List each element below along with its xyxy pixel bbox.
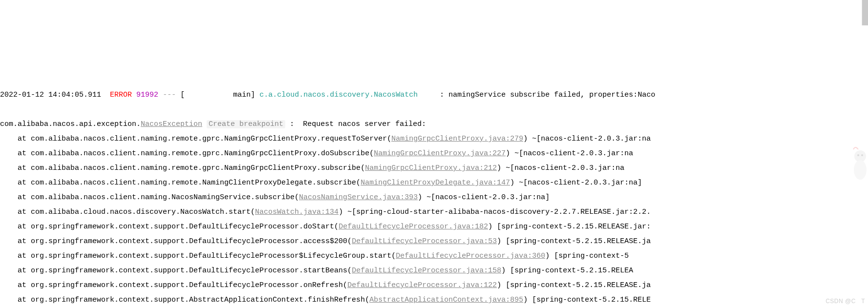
- frame-method: org.springframework.context.support.Defa…: [31, 281, 347, 289]
- at-prefix: at: [0, 281, 31, 289]
- frame-method: com.alibaba.nacos.client.naming.NacosNam…: [31, 193, 299, 202]
- stack-frame: at org.springframework.context.support.D…: [0, 264, 868, 278]
- exception-message: : Request nacos server failed:: [285, 120, 430, 128]
- create-breakpoint-hint[interactable]: Create breakpoint: [207, 120, 285, 128]
- exception-line: com.alibaba.nacos.api.exception.NacosExc…: [0, 120, 430, 128]
- at-prefix: at: [0, 296, 31, 304]
- source-link[interactable]: DefaultLifecycleProcessor.java:360: [396, 252, 545, 260]
- stack-frame: at com.alibaba.nacos.client.naming.remot…: [0, 176, 868, 190]
- at-prefix: at: [0, 179, 31, 187]
- stack-frame: at org.springframework.context.support.D…: [0, 278, 868, 293]
- vertical-scrollbar[interactable]: [862, 15, 868, 25]
- frame-method: com.alibaba.nacos.client.naming.remote.g…: [31, 149, 374, 158]
- frame-jar: ) ~[nacos-client-2.0.3.jar:na: [506, 149, 633, 158]
- stack-frame: at org.springframework.context.support.D…: [0, 220, 868, 234]
- colon: :: [435, 91, 448, 99]
- source-link[interactable]: AbstractApplicationContext.java:895: [369, 296, 523, 304]
- process-id: 91992: [136, 91, 158, 99]
- source-link[interactable]: NamingGrpcClientProxy.java:279: [391, 135, 523, 143]
- frame-jar: ) [spring-context-5.2.15.RELEASE.ja: [497, 237, 651, 246]
- at-prefix: at: [0, 223, 31, 231]
- log-header-line: 2022-01-12 14:04:05.911 ERROR 91992 --- …: [0, 91, 655, 99]
- exception-class-link[interactable]: NacosException: [141, 120, 202, 128]
- timestamp: 2022-01-12 14:04:05.911: [0, 91, 101, 99]
- at-prefix: at: [0, 193, 31, 202]
- frame-jar: ) [spring-context-5.2.15.RELEASE.jar:: [488, 223, 651, 231]
- at-prefix: at: [0, 135, 31, 143]
- thread-bracket-open: [: [180, 91, 185, 99]
- at-prefix: at: [0, 252, 31, 260]
- source-link[interactable]: DefaultLifecycleProcessor.java:158: [352, 267, 501, 275]
- logger-name: c.a.cloud.nacos.discovery.NacosWatch: [259, 91, 435, 99]
- stack-frame: at org.springframework.context.support.D…: [0, 234, 868, 249]
- stack-frame: at com.alibaba.nacos.client.naming.remot…: [0, 161, 868, 176]
- frame-jar: ) [spring-context-5.2.15.RELEASE.ja: [497, 281, 651, 289]
- stack-frame: at com.alibaba.nacos.client.naming.remot…: [0, 132, 868, 146]
- source-link[interactable]: DefaultLifecycleProcessor.java:182: [339, 223, 488, 231]
- stack-frame: at com.alibaba.nacos.client.naming.Nacos…: [0, 190, 868, 205]
- stack-frame: at org.springframework.context.support.A…: [0, 293, 868, 308]
- frame-method: org.springframework.context.support.Defa…: [31, 252, 396, 260]
- separator: ---: [163, 91, 176, 99]
- frame-method: org.springframework.context.support.Abst…: [31, 296, 369, 304]
- frame-method: com.alibaba.nacos.client.naming.remote.g…: [31, 135, 391, 143]
- source-link[interactable]: DefaultLifecycleProcessor.java:53: [352, 237, 497, 246]
- frame-jar: ) ~[nacos-client-2.0.3.jar:na]: [510, 179, 642, 187]
- thread-bracket-close: ]: [251, 91, 255, 99]
- frame-jar: ) ~[nacos-client-2.0.3.jar:na]: [418, 193, 550, 202]
- frame-method: org.springframework.context.support.Defa…: [31, 267, 352, 275]
- frame-method: org.springframework.context.support.Defa…: [31, 237, 352, 246]
- source-link[interactable]: DefaultLifecycleProcessor.java:122: [347, 281, 497, 289]
- frame-method: org.springframework.context.support.Defa…: [31, 223, 339, 231]
- frame-method: com.alibaba.cloud.nacos.discovery.NacosW…: [31, 208, 255, 216]
- at-prefix: at: [0, 149, 31, 158]
- at-prefix: at: [0, 237, 31, 246]
- stack-frame: at com.alibaba.nacos.client.naming.remot…: [0, 146, 868, 161]
- exception-package: com.alibaba.nacos.api.exception.: [0, 120, 141, 128]
- thread-name: main: [185, 91, 251, 99]
- stack-frames: at com.alibaba.nacos.client.naming.remot…: [0, 132, 868, 308]
- stack-frame: at com.alibaba.cloud.nacos.discovery.Nac…: [0, 205, 868, 220]
- log-level: ERROR: [110, 91, 132, 99]
- source-link[interactable]: NacosWatch.java:134: [255, 208, 339, 216]
- source-link[interactable]: NamingGrpcClientProxy.java:227: [374, 149, 506, 158]
- frame-method: com.alibaba.nacos.client.naming.remote.N…: [31, 179, 360, 187]
- stack-frame: at org.springframework.context.support.D…: [0, 249, 868, 264]
- at-prefix: at: [0, 164, 31, 172]
- frame-jar: ) ~[nacos-client-2.0.3.jar:na: [497, 164, 624, 172]
- frame-jar: ) [spring-context-5.2.15.RELEA: [501, 267, 633, 275]
- frame-jar: ) [spring-context-5: [545, 252, 629, 260]
- frame-jar: ) [spring-context-5.2.15.RELE: [523, 296, 651, 304]
- frame-jar: ) ~[spring-cloud-starter-alibaba-nacos-d…: [339, 208, 651, 216]
- console-output: 2022-01-12 14:04:05.911 ERROR 91992 --- …: [0, 73, 868, 308]
- frame-method: com.alibaba.nacos.client.naming.remote.g…: [31, 164, 365, 172]
- source-link[interactable]: NamingClientProxyDelegate.java:147: [360, 179, 510, 187]
- log-message: namingService subscribe failed, properti…: [448, 91, 655, 99]
- source-link[interactable]: NamingGrpcClientProxy.java:212: [365, 164, 497, 172]
- at-prefix: at: [0, 208, 31, 216]
- watermark-text: CSDN @C T: [826, 295, 865, 307]
- at-prefix: at: [0, 267, 31, 275]
- frame-jar: ) ~[nacos-client-2.0.3.jar:na: [523, 135, 651, 143]
- source-link[interactable]: NacosNamingService.java:393: [299, 193, 418, 202]
